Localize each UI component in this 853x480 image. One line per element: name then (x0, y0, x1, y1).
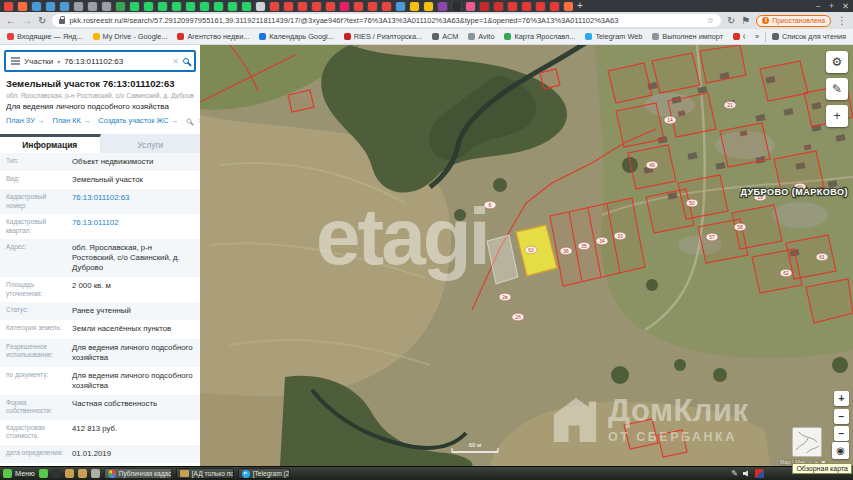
window-minimize-button[interactable]: − (816, 0, 821, 12)
taskbar-folder-icon[interactable] (78, 469, 87, 478)
tab-favicon[interactable] (116, 2, 125, 11)
volume-icon[interactable] (743, 470, 750, 477)
bookmark-item[interactable]: Avito (468, 32, 494, 41)
zoom-in-button[interactable]: + (834, 391, 849, 406)
tab-favicon[interactable] (480, 2, 489, 11)
tab-services[interactable]: Услуги (101, 134, 201, 153)
bookmark-star-icon[interactable]: ☆ (707, 14, 714, 27)
zoom-out-button-2[interactable]: − (834, 426, 849, 441)
tab-favicon[interactable] (32, 2, 41, 11)
tab-favicon[interactable] (18, 2, 27, 11)
bookmark-item[interactable]: RIES / Риэлторска... (344, 32, 422, 41)
tab-favicon[interactable] (74, 2, 83, 11)
tab-favicon[interactable] (298, 2, 307, 11)
tab-favicon[interactable] (130, 2, 139, 11)
map-layers-button[interactable]: ⚙ (826, 51, 848, 73)
extension-paused-badge[interactable]: ‖ Приостановлена (756, 15, 831, 27)
zoom-out-button[interactable]: − (834, 409, 849, 424)
window-maximize-button[interactable]: + (829, 0, 834, 12)
create-parcel-link[interactable]: Создать участок ЖС → (98, 116, 178, 125)
bookmark-item[interactable]: Карта Ярославл... (504, 32, 575, 41)
tab-favicon[interactable] (354, 2, 363, 11)
tab-favicon[interactable] (60, 2, 69, 11)
tab-favicon[interactable] (4, 2, 13, 11)
tab-favicon[interactable] (228, 2, 237, 11)
tab-favicon[interactable] (564, 2, 573, 11)
info-row-value[interactable]: 76:13:011102 (72, 218, 200, 235)
tab-favicon[interactable] (410, 2, 419, 11)
tab-information[interactable]: Информация (0, 134, 101, 153)
taskbar-grid-icon[interactable] (91, 469, 100, 478)
extension-flag-icon[interactable]: ⚑ (741, 12, 750, 29)
bookmarks-overflow-chevron[interactable]: » (755, 32, 759, 41)
back-icon[interactable]: ← (6, 12, 16, 29)
plan-zu-link[interactable]: План ЗУ → (6, 116, 44, 125)
search-input[interactable] (64, 57, 168, 66)
tab-favicon[interactable] (438, 2, 447, 11)
tab-favicon[interactable] (452, 2, 461, 11)
search-box[interactable]: Участки ▾ ✕ (4, 50, 196, 72)
tab-favicon[interactable] (522, 2, 531, 11)
url-bar[interactable]: pkk.rosreestr.ru/#/search/57.29120997955… (52, 14, 721, 27)
tab-favicon[interactable] (270, 2, 279, 11)
bookmark-item[interactable]: Telegram Web (585, 32, 642, 41)
tab-favicon[interactable] (396, 2, 405, 11)
info-row-value[interactable]: 76:13:011102:63 (72, 193, 200, 210)
tab-favicon[interactable] (214, 2, 223, 11)
plan-kk-link[interactable]: План КК → (52, 116, 90, 125)
bookmark-item[interactable]: Агентство недви... (177, 32, 249, 41)
tab-favicon[interactable] (88, 2, 97, 11)
taskbar-task[interactable]: [АД только покупат... (176, 468, 234, 479)
map-draw-button[interactable]: ✎ (826, 78, 848, 100)
bookmark-item[interactable]: Списки переадре... (733, 32, 745, 41)
tab-favicon[interactable] (284, 2, 293, 11)
tab-favicon[interactable] (144, 2, 153, 11)
bookmark-item[interactable]: ACM (432, 32, 458, 41)
reader-icon[interactable]: ↻ (727, 12, 735, 29)
taskbar-folder-icon[interactable] (65, 469, 74, 478)
bookmark-item[interactable]: Календарь Googl... (259, 32, 333, 41)
magnifier-icon[interactable] (186, 118, 191, 123)
tab-favicon[interactable] (508, 2, 517, 11)
tab-favicon[interactable] (186, 2, 195, 11)
tab-favicon[interactable] (158, 2, 167, 11)
tab-favicon[interactable] (340, 2, 349, 11)
locate-button[interactable]: ◉ (832, 442, 849, 459)
clear-search-icon[interactable]: ✕ (172, 57, 179, 66)
cadastral-map[interactable]: 63363534332в2б814214950575859606162 ДУБР… (200, 45, 853, 466)
taskbar-task[interactable]: [Telegram (27852)] (238, 468, 290, 479)
taskbar-screenshot-icon[interactable] (52, 469, 61, 478)
search-icon[interactable] (183, 58, 189, 64)
tab-favicon[interactable] (172, 2, 181, 11)
forward-icon[interactable]: → (22, 12, 32, 29)
favorite-star-icon[interactable]: ☆ (197, 116, 200, 125)
map-add-button[interactable]: + (826, 105, 848, 127)
taskbar-launcher-icon[interactable] (39, 469, 48, 478)
menu-icon[interactable] (11, 57, 20, 64)
tab-favicon[interactable] (326, 2, 335, 11)
overview-minimap[interactable] (792, 427, 822, 457)
search-category-dropdown[interactable]: Участки (24, 57, 53, 66)
tab-favicon[interactable] (536, 2, 545, 11)
tab-favicon[interactable] (368, 2, 377, 11)
tab-favicon[interactable] (550, 2, 559, 11)
pencil-tray-icon[interactable]: ✎ (731, 469, 738, 478)
window-close-button[interactable]: ✕ (842, 0, 849, 12)
keyboard-layout-icon[interactable] (755, 469, 764, 478)
reload-icon[interactable]: ↻ (38, 12, 46, 29)
tab-favicon[interactable] (466, 2, 475, 11)
tab-favicon[interactable] (46, 2, 55, 11)
tab-favicon[interactable] (242, 2, 251, 11)
bookmark-item[interactable]: Входящие — Янд... (7, 32, 83, 41)
tab-favicon[interactable] (382, 2, 391, 11)
tab-favicon[interactable] (424, 2, 433, 11)
bookmark-item[interactable]: My Drive - Google... (93, 32, 168, 41)
tab-favicon[interactable] (256, 2, 265, 11)
browser-menu-icon[interactable]: ⋮ (837, 12, 847, 29)
tab-favicon[interactable] (200, 2, 209, 11)
bookmark-item[interactable]: Выполнен импорт (652, 32, 723, 41)
tab-favicon[interactable] (102, 2, 111, 11)
reading-list-button[interactable]: Список для чтения (772, 32, 846, 41)
new-tab-button[interactable]: + (577, 0, 583, 12)
tab-favicon[interactable] (312, 2, 321, 11)
